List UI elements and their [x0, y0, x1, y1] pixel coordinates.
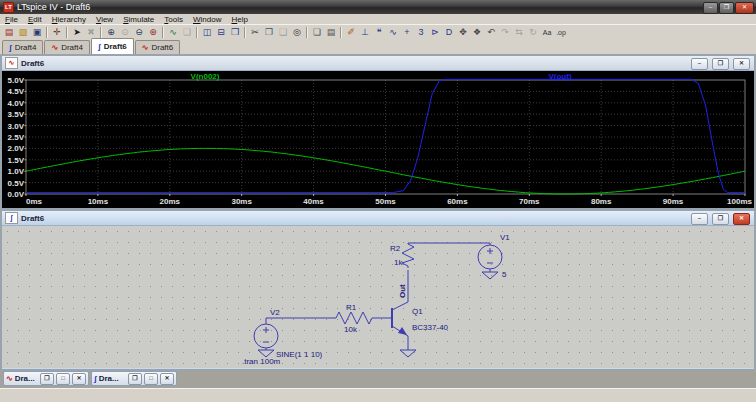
legend-vout[interactable]: V(out)	[548, 72, 571, 81]
v2-name-label[interactable]: V2	[270, 308, 280, 317]
q1-ground-symbol	[400, 350, 416, 357]
window-minimize-button[interactable]: –	[703, 2, 718, 14]
schematic-close-button[interactable]: ✕	[733, 213, 750, 225]
waveform-window-title: Draft6	[21, 59, 44, 68]
place-capacitor-button[interactable]: +	[400, 26, 414, 39]
open-button[interactable]: ▨	[16, 26, 30, 39]
y-tick-label: 0.0V	[8, 190, 25, 199]
place-component-button[interactable]: D	[442, 26, 456, 39]
spice-directive-button[interactable]: .op	[554, 26, 568, 39]
place-inductor-button[interactable]: 3	[414, 26, 428, 39]
tab-draft6-schematic[interactable]: ʃDraft6	[91, 38, 134, 54]
menu-item-file[interactable]: File	[0, 15, 23, 24]
zoom-out-button[interactable]: ⊖	[132, 26, 146, 39]
place-ground-button[interactable]: ⊥	[358, 26, 372, 39]
v1-value-label[interactable]: 5	[502, 270, 507, 279]
tab-draft4-schematic[interactable]: ʃDraft4	[2, 40, 43, 54]
window-restore-button[interactable]: ❐	[719, 2, 734, 14]
out-net-label[interactable]: Out	[398, 284, 407, 298]
r2-name-label[interactable]: R2	[390, 244, 401, 253]
paste-button: ❑	[276, 26, 290, 39]
find-button[interactable]: ◎	[290, 26, 304, 39]
stub-restore-button[interactable]: ❐	[40, 373, 54, 385]
cascade-windows-button[interactable]: ❒	[228, 26, 242, 39]
stub-close-button[interactable]: ✕	[72, 373, 86, 385]
q1-model-label[interactable]: BC337-40	[412, 323, 449, 332]
zoom-full-extents-button[interactable]: ⊛	[146, 26, 160, 39]
stub-close-button[interactable]: ✕	[160, 373, 174, 385]
undo-button[interactable]: ↶	[484, 26, 498, 39]
x-tick-label: 100ms	[727, 197, 752, 206]
schematic-canvas[interactable]: V2 SINE(1 1 10) .tran 100m R1 10k Q1 BC3…	[2, 226, 754, 368]
cut-button[interactable]: ✂	[248, 26, 262, 39]
menu-item-edit[interactable]: Edit	[23, 15, 47, 24]
wire-r2-to-v1[interactable]	[408, 243, 490, 245]
minimized-window-label: Dra...	[99, 374, 126, 383]
text-button[interactable]: Aa	[540, 26, 554, 39]
run-button[interactable]: ➤	[70, 26, 84, 39]
tab-draft6-waveform[interactable]: ∿Draft6	[135, 40, 181, 54]
schematic-minimize-button[interactable]: –	[691, 213, 708, 225]
menu-item-hierarchy[interactable]: Hierarchy	[47, 15, 91, 24]
r1-name-label[interactable]: R1	[346, 303, 357, 312]
label-net-button[interactable]: ❝	[372, 26, 386, 39]
y-tick-label: 2.0V	[8, 144, 25, 153]
control-panel-button[interactable]: ✛	[50, 26, 64, 39]
menu-item-window[interactable]: Window	[188, 15, 226, 24]
place-diode-button[interactable]: ⊳	[428, 26, 442, 39]
schematic-icon: ʃ	[9, 43, 12, 52]
waveform-window-titlebar[interactable]: ∿ Draft6 – ❐ ✕	[2, 56, 754, 71]
waveform-plot[interactable]: 0.0V0.5V1.0V1.5V2.0V2.5V3.0V3.5V4.0V4.5V…	[2, 71, 754, 208]
tile-vertically-button[interactable]: ◫	[200, 26, 214, 39]
save-button[interactable]: ▣	[30, 26, 44, 39]
v2-value-label[interactable]: SINE(1 1 10)	[276, 350, 323, 359]
menu-item-view[interactable]: View	[91, 15, 118, 24]
r2-resistor[interactable]	[402, 243, 414, 268]
stub-restore-button[interactable]: ❐	[128, 373, 142, 385]
schematic-maximize-button[interactable]: ❐	[712, 213, 729, 225]
drag-button[interactable]: ❖	[470, 26, 484, 39]
tile-horizontally-button[interactable]: ⊟	[214, 26, 228, 39]
waveform-close-button[interactable]: ✕	[733, 58, 750, 70]
schematic-window-titlebar[interactable]: ʃ Draft6 – ❐ ✕	[2, 211, 754, 226]
waveform-maximize-button[interactable]: ❐	[712, 58, 729, 70]
stub-maximize-button[interactable]: □	[56, 373, 70, 385]
draw-wire-button[interactable]: ✐	[344, 26, 358, 39]
x-tick-label: 20ms	[160, 197, 181, 206]
toolbar-separator	[162, 27, 164, 38]
v1-voltage-source[interactable]	[478, 245, 502, 279]
waveform-minimize-button[interactable]: –	[691, 58, 708, 70]
y-tick-label: 1.5V	[8, 156, 25, 165]
window-close-button[interactable]: ✕	[735, 2, 754, 14]
y-tick-label: 0.5V	[8, 179, 25, 188]
minimized-schematic-window[interactable]: ʃ Dra... ❐ □ ✕	[91, 371, 177, 386]
toolbar-separator	[196, 27, 198, 38]
menu-item-help[interactable]: Help	[226, 15, 252, 24]
r1-resistor[interactable]	[336, 312, 392, 324]
stub-maximize-button[interactable]: □	[144, 373, 158, 385]
print-button[interactable]: ▤	[324, 26, 338, 39]
new-schematic-button[interactable]: ▤	[2, 26, 16, 39]
toolbar-separator	[100, 27, 102, 38]
move-button[interactable]: ✥	[456, 26, 470, 39]
toolbar-separator	[244, 27, 246, 38]
r1-value-label[interactable]: 10k	[344, 325, 358, 334]
v2-voltage-source[interactable]	[254, 318, 278, 357]
v1-name-label[interactable]: V1	[500, 233, 510, 242]
q1-name-label[interactable]: Q1	[412, 307, 423, 316]
tab-draft4-waveform[interactable]: ∿Draft4	[44, 40, 90, 54]
legend-vn002[interactable]: V(n002)	[191, 72, 220, 81]
print-preview-button[interactable]: ❏	[310, 26, 324, 39]
tab-label: Draft6	[151, 43, 173, 52]
copy-button[interactable]: ❐	[262, 26, 276, 39]
menu-item-tools[interactable]: Tools	[159, 15, 188, 24]
zoom-in-button[interactable]: ⊕	[104, 26, 118, 39]
minimized-waveform-window[interactable]: ∿ Dra... ❐ □ ✕	[3, 371, 89, 386]
autorange-y-axis-button[interactable]: ∿	[166, 26, 180, 39]
x-tick-label: 30ms	[231, 197, 252, 206]
menu-item-simulate[interactable]: Simulate	[118, 15, 159, 24]
waveform-chart: 0.0V0.5V1.0V1.5V2.0V2.5V3.0V3.5V4.0V4.5V…	[2, 71, 754, 208]
place-resistor-button[interactable]: ∿	[386, 26, 400, 39]
tran-directive[interactable]: .tran 100m	[242, 357, 281, 366]
r2-value-label[interactable]: 1k	[394, 258, 403, 267]
